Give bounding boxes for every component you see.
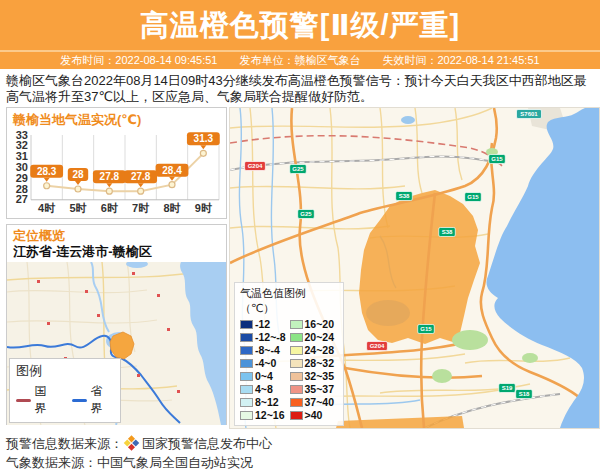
temp-legend-item: 20~24 bbox=[290, 331, 340, 343]
temp-range-label: 4~8 bbox=[255, 383, 273, 395]
temp-range-label: 16~20 bbox=[305, 318, 335, 330]
temp-legend-item: 12~16 bbox=[240, 409, 290, 421]
svg-text:S19: S19 bbox=[502, 385, 513, 391]
svg-text:28.3: 28.3 bbox=[37, 166, 57, 177]
temp-range-label: 12~16 bbox=[255, 409, 285, 421]
svg-text:6时: 6时 bbox=[101, 202, 118, 214]
temp-range-label: >40 bbox=[305, 409, 323, 421]
svg-text:9时: 9时 bbox=[195, 202, 212, 214]
temperature-chart-panel: 赣榆当地气温实况(℃) 333231302928274时5时6时7时8时9时28… bbox=[6, 107, 227, 219]
temp-range-label: -4~0 bbox=[255, 357, 276, 369]
temp-legend-item: 37~40 bbox=[290, 396, 340, 408]
temp-legend-item: 24~28 bbox=[290, 344, 340, 356]
page-title: 高温橙色预警[Ⅱ级/严重] bbox=[0, 0, 600, 50]
temp-swatch bbox=[290, 398, 303, 407]
temp-legend-item: 35~37 bbox=[290, 383, 340, 395]
svg-text:G25: G25 bbox=[300, 211, 312, 217]
svg-text:4时: 4时 bbox=[38, 202, 55, 214]
svg-text:S7601: S7601 bbox=[520, 111, 538, 117]
temp-range-label: -8~-4 bbox=[255, 344, 280, 356]
warning-header: 高温橙色预警[Ⅱ级/严重] bbox=[0, 0, 600, 50]
temp-swatch bbox=[240, 333, 253, 342]
mini-map-legend-title: 图例 bbox=[16, 362, 114, 380]
temp-swatch bbox=[240, 346, 253, 355]
warning-source-line: 预警信息数据来源： 国家预警信息发布中心 bbox=[6, 435, 272, 453]
temp-swatch bbox=[240, 320, 253, 329]
svg-text:G25: G25 bbox=[292, 166, 304, 172]
temp-range-label: -12 bbox=[255, 318, 270, 330]
temp-legend-item: -12 bbox=[240, 318, 290, 330]
meta-bar: 发布时间：2022-08-14 09:45:51 发布单位：赣榆区气象台 失效时… bbox=[0, 52, 600, 69]
temp-legend-item: 0~4 bbox=[240, 370, 290, 382]
national-border-line-swatch bbox=[16, 399, 31, 402]
warning-source-prefix: 预警信息数据来源： bbox=[6, 435, 123, 453]
temperature-line-chart: 333231302928274时5时6时7时8时9时28.32827.827.8… bbox=[7, 129, 226, 217]
temperature-legend: 气温色值图例（℃） -12-12~-8-8~-4-4~00~44~88~1212… bbox=[234, 282, 344, 426]
temp-range-label: 28~32 bbox=[305, 357, 335, 369]
svg-text:28.4: 28.4 bbox=[162, 165, 182, 176]
svg-text:28: 28 bbox=[72, 169, 84, 180]
svg-text:27.8: 27.8 bbox=[100, 171, 120, 182]
temp-legend-item: -12~-8 bbox=[240, 331, 290, 343]
svg-text:S38: S38 bbox=[442, 229, 453, 235]
temp-swatch bbox=[290, 320, 303, 329]
publish-unit: 发布单位：赣榆区气象台 bbox=[240, 53, 361, 68]
expire-time: 失效时间：2022-08-14 21:45:51 bbox=[383, 53, 540, 68]
temp-swatch bbox=[290, 372, 303, 381]
temp-legend-item: 32~35 bbox=[290, 370, 340, 382]
temp-range-label: 24~28 bbox=[305, 344, 335, 356]
svg-text:7时: 7时 bbox=[132, 202, 149, 214]
temp-swatch bbox=[290, 359, 303, 368]
chart-title: 赣榆当地气温实况(℃) bbox=[7, 108, 226, 129]
temp-swatch bbox=[240, 372, 253, 381]
svg-text:G15: G15 bbox=[420, 326, 432, 332]
temp-swatch bbox=[290, 385, 303, 394]
mini-map-legend: 图例 国界 省界 bbox=[9, 358, 121, 423]
temp-swatch bbox=[290, 333, 303, 342]
warning-source-org: 国家预警信息发布中心 bbox=[142, 435, 272, 453]
weather-source-line: 气象数据来源：中国气象局全国自动站实况 bbox=[6, 454, 253, 471]
svg-text:G15: G15 bbox=[491, 156, 503, 162]
temp-range-label: 0~4 bbox=[255, 370, 273, 382]
temp-range-label: 35~37 bbox=[305, 383, 335, 395]
svg-text:S18: S18 bbox=[519, 391, 530, 397]
legend-item-national-border: 国界 bbox=[16, 383, 58, 417]
temp-legend-item: 8~12 bbox=[240, 396, 290, 408]
location-panel: 定位概览 江苏省-连云港市-赣榆区 bbox=[6, 224, 227, 425]
svg-text:5时: 5时 bbox=[69, 202, 86, 214]
national-border-label: 国界 bbox=[35, 383, 58, 417]
location-title: 定位概览 bbox=[13, 228, 220, 244]
svg-text:G204: G204 bbox=[370, 343, 385, 349]
temp-swatch bbox=[290, 346, 303, 355]
temp-legend-item: 16~20 bbox=[290, 318, 340, 330]
temp-range-label: -12~-8 bbox=[255, 331, 286, 343]
temp-range-label: 32~35 bbox=[305, 370, 335, 382]
temp-swatch bbox=[240, 398, 253, 407]
temperature-legend-title: 气温色值图例（℃） bbox=[240, 286, 339, 316]
temp-range-label: 37~40 bbox=[305, 396, 335, 408]
province-border-label: 省界 bbox=[91, 383, 114, 417]
temp-swatch bbox=[290, 411, 303, 420]
svg-text:27.8: 27.8 bbox=[131, 171, 151, 182]
legend-item-province-border: 省界 bbox=[72, 383, 114, 417]
small-lake bbox=[401, 116, 415, 124]
province-border-line-swatch bbox=[72, 399, 87, 402]
temp-swatch bbox=[240, 385, 253, 394]
temp-legend-item: -8~-4 bbox=[240, 344, 290, 356]
svg-text:8时: 8时 bbox=[163, 202, 180, 214]
publish-time: 发布时间：2022-08-14 09:45:51 bbox=[60, 53, 217, 68]
bulletin-text: 赣榆区气象台2022年08月14日09时43分继续发布高温橙色预警信号：预计今天… bbox=[6, 73, 594, 105]
svg-text:G204: G204 bbox=[248, 163, 263, 169]
svg-text:G15: G15 bbox=[467, 194, 479, 200]
warning-center-logo-icon bbox=[122, 435, 140, 453]
temp-legend-item: -4~0 bbox=[240, 357, 290, 369]
temp-range-label: 20~24 bbox=[305, 331, 335, 343]
location-breadcrumb: 江苏省-连云港市-赣榆区 bbox=[13, 244, 220, 260]
svg-text:S38: S38 bbox=[399, 193, 410, 199]
temp-range-label: 8~12 bbox=[255, 396, 279, 408]
main-map: G204G25G25S38G15G15S7601S38G204G15S19S18… bbox=[229, 107, 600, 429]
svg-text:31.3: 31.3 bbox=[194, 133, 214, 144]
temp-legend-item: >40 bbox=[290, 409, 340, 421]
svg-text:27: 27 bbox=[16, 193, 28, 205]
temp-legend-item: 4~8 bbox=[240, 383, 290, 395]
